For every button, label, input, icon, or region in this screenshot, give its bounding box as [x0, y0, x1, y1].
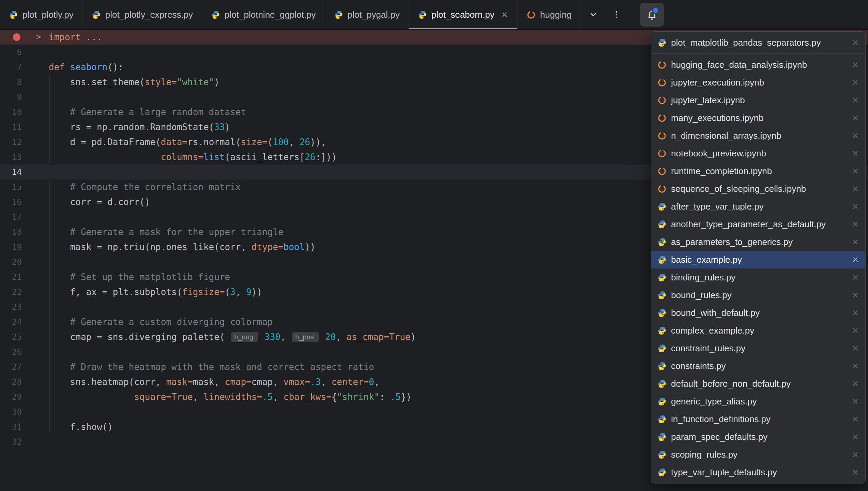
popup-item-generic-type-alias-py[interactable]: generic_type_alias.py — [651, 393, 865, 410]
popup-item-hugging-face-data-analysis-ipynb[interactable]: hugging_face_data_analysis.ipynb — [651, 56, 865, 74]
line-number[interactable]: 20 — [0, 257, 34, 267]
code-line[interactable]: corr = d.corr() — [34, 195, 150, 210]
close-file-icon[interactable] — [852, 220, 859, 228]
close-file-icon[interactable] — [852, 114, 859, 122]
close-file-icon[interactable] — [852, 167, 859, 175]
popup-item-binding-rules-py[interactable]: binding_rules.py — [651, 268, 865, 286]
popup-item-many-executions-ipynb[interactable]: many_executions.ipynb — [651, 109, 865, 127]
close-file-icon[interactable] — [852, 344, 859, 352]
code-line[interactable]: # Generate a large random dataset — [34, 105, 246, 120]
line-number[interactable]: 14 — [0, 167, 34, 177]
line-number[interactable]: 10 — [0, 107, 34, 117]
close-file-icon[interactable] — [852, 132, 859, 139]
popup-item-complex-example-py[interactable]: complex_example.py — [651, 322, 865, 339]
code-line[interactable]: sns.set_theme(style="white") — [34, 75, 219, 90]
popup-item-plot-matplotlib-pandas-separators-py[interactable]: plot_matplotlib_pandas_separators.py — [651, 34, 865, 51]
popup-item-notebook-preview-ipynb[interactable]: notebook_preview.ipynb — [651, 144, 865, 162]
popup-item-after-type-var-tuple-py[interactable]: after_type_var_tuple.py — [651, 198, 865, 215]
close-file-icon[interactable] — [852, 469, 859, 476]
code-line[interactable]: sns.heatmap(corr, mask=mask, cmap=cmap, … — [34, 374, 380, 389]
code-line[interactable]: f.show() — [34, 419, 113, 434]
close-file-icon[interactable] — [852, 398, 859, 405]
popup-item-jupyter-latex-ipynb[interactable]: jupyter_latex.ipynb — [651, 91, 865, 109]
line-number[interactable]: 12 — [0, 137, 34, 147]
close-file-icon[interactable] — [852, 451, 859, 458]
line-number[interactable]: 30 — [0, 407, 34, 417]
line-number[interactable]: 16 — [0, 197, 34, 207]
tab-plot-plotly-py[interactable]: plot_plotly.py — [0, 0, 83, 29]
close-file-icon[interactable] — [852, 39, 859, 46]
tab-plot-plotnine-ggplot-py[interactable]: plot_plotnine_ggplot.py — [202, 0, 325, 29]
popup-item-jupyter-execution-ipynb[interactable]: jupyter_execution.ipynb — [651, 74, 865, 91]
code-line[interactable]: def seaborn(): — [34, 60, 123, 75]
popup-item-as-parameters-to-generics-py[interactable]: as_parameters_to_generics.py — [651, 233, 865, 251]
popup-item-bound-rules-py[interactable]: bound_rules.py — [651, 286, 865, 304]
line-number[interactable]: 24 — [0, 317, 34, 327]
line-number[interactable]: 19 — [0, 242, 34, 252]
tab-plot-seaborn-py[interactable]: plot_seaborn.py — [409, 0, 518, 29]
line-number[interactable]: 22 — [0, 287, 34, 297]
popup-item-basic-example-py[interactable]: basic_example.py — [651, 251, 865, 268]
line-number[interactable]: 25 — [0, 332, 34, 342]
popup-item-scoping-rules-py[interactable]: scoping_rules.py — [651, 446, 865, 463]
line-number[interactable]: 21 — [0, 272, 34, 282]
line-number[interactable]: 26 — [0, 347, 34, 357]
code-line[interactable]: cmap = sns.diverging_palette( h_neg: 330… — [34, 329, 416, 344]
close-file-icon[interactable] — [852, 415, 859, 423]
line-number[interactable]: 11 — [0, 122, 34, 132]
fold-expand-icon[interactable]: > — [36, 32, 41, 42]
popup-item-param-spec-defaults-py[interactable]: param_spec_defaults.py — [651, 428, 865, 446]
popup-item-n-dimensional-arrays-ipynb[interactable]: n_dimensional_arrays.ipynb — [651, 127, 865, 144]
line-number[interactable]: 6 — [0, 47, 34, 57]
close-file-icon[interactable] — [852, 96, 859, 104]
line-number[interactable]: 27 — [0, 362, 34, 372]
hidden-tabs-chevron-button[interactable] — [584, 5, 603, 24]
code-line[interactable]: import ... — [34, 30, 102, 45]
notifications-button[interactable] — [640, 3, 664, 27]
popup-item-another-type-parameter-as-default-py[interactable]: another_type_parameter_as_default.py — [651, 215, 865, 233]
code-line[interactable]: # Compute the correlation matrix — [34, 180, 241, 195]
popup-item-default-before-non-default-py[interactable]: default_before_non_default.py — [651, 375, 865, 393]
tab-hugging[interactable]: hugging — [518, 0, 581, 29]
popup-item-runtime-completion-ipynb[interactable]: runtime_completion.ipynb — [651, 162, 865, 180]
code-line[interactable]: mask = np.triu(np.ones_like(corr, dtype=… — [34, 240, 316, 255]
popup-item-constraints-py[interactable]: constraints.py — [651, 357, 865, 375]
code-line[interactable]: f, ax = plt.subplots(figsize=(3, 9)) — [34, 285, 262, 300]
code-line[interactable]: # Draw the heatmap with the mask and cor… — [34, 359, 374, 374]
line-number[interactable]: 23 — [0, 302, 34, 312]
close-file-icon[interactable] — [852, 327, 859, 334]
code-line[interactable]: # Set up the matplotlib figure — [34, 270, 230, 285]
close-file-icon[interactable] — [852, 203, 859, 210]
close-file-icon[interactable] — [852, 150, 859, 157]
code-line[interactable]: d = pd.DataFrame(data=rs.normal(size=(10… — [34, 135, 326, 150]
code-line[interactable]: columns=list(ascii_letters[26:])) — [34, 150, 337, 165]
line-number[interactable]: 28 — [0, 377, 34, 387]
popup-item-in-function-definitions-py[interactable]: in_function_definitions.py — [651, 410, 865, 428]
code-line[interactable]: # Generate a custom diverging colormap — [34, 314, 273, 329]
close-file-icon[interactable] — [852, 185, 859, 193]
close-file-icon[interactable] — [852, 79, 859, 86]
close-file-icon[interactable] — [852, 256, 859, 263]
line-number[interactable]: 18 — [0, 227, 34, 237]
line-number[interactable]: 17 — [0, 212, 34, 222]
code-line[interactable]: square=True, linewidths=.5, cbar_kws={"s… — [34, 389, 412, 404]
tab-plot-plotly-express-py[interactable]: plot_plotly_express.py — [83, 0, 202, 29]
close-file-icon[interactable] — [852, 291, 859, 299]
line-number[interactable]: 31 — [0, 422, 34, 432]
popup-item-bound-with-default-py[interactable]: bound_with_default.py — [651, 304, 865, 322]
close-file-icon[interactable] — [852, 362, 859, 370]
close-file-icon[interactable] — [852, 238, 859, 246]
close-file-icon[interactable] — [852, 433, 859, 441]
line-number[interactable]: 8 — [0, 77, 34, 87]
more-options-button[interactable] — [607, 5, 626, 24]
popup-item-sequence-of-sleeping-cells-ipynb[interactable]: sequence_of_sleeping_cells.ipynb — [651, 180, 865, 198]
breakpoint-icon[interactable] — [13, 33, 20, 41]
line-number[interactable]: 29 — [0, 392, 34, 402]
code-line[interactable]: # Generate a mask for the upper triangle — [34, 225, 284, 240]
line-number[interactable]: 13 — [0, 152, 34, 162]
close-file-icon[interactable] — [852, 61, 859, 68]
close-file-icon[interactable] — [852, 309, 859, 317]
code-line[interactable]: rs = np.random.RandomState(33) — [34, 120, 230, 135]
line-number[interactable]: 32 — [0, 437, 34, 447]
line-number[interactable]: 7 — [0, 62, 34, 72]
